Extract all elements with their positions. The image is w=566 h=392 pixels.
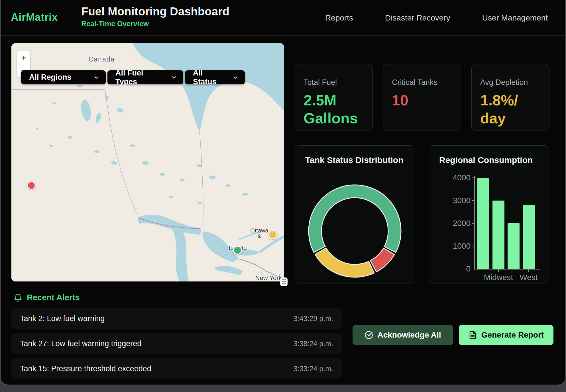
alert-time: 3:38:24 p.m. [294, 340, 333, 348]
critical-tanks-label: Critical Tanks [392, 78, 452, 87]
region-filter-value: All Regions [29, 73, 72, 82]
donut-segment-warning [315, 248, 374, 277]
bell-icon [14, 293, 22, 302]
critical-tanks-card: Critical Tanks 10 [383, 64, 461, 130]
page-title: Fuel Monitoring Dashboard [81, 5, 229, 18]
map-label-canada: Canada [89, 56, 115, 63]
y-tick-label: 3000 [437, 196, 471, 205]
y-tick-mark [472, 200, 474, 201]
x-tick-label: West [509, 273, 549, 282]
y-tick-mark [472, 223, 474, 224]
fuel-map-panel: Canada Ottawa Toronto New York + − All R… [11, 43, 284, 281]
ottawa-town-symbol-icon [258, 234, 261, 238]
critical-tanks-value: 10 [392, 91, 452, 109]
x-tick-mark [498, 270, 499, 272]
chevron-down-icon [93, 74, 99, 81]
alerts-header: Recent Alerts [14, 293, 80, 302]
normal-tank-marker[interactable] [233, 246, 242, 255]
donut-segment-critical [370, 248, 395, 272]
page-subtitle: Real-Time Overview [81, 20, 229, 28]
consumption-bar [477, 178, 489, 269]
warning-tank-marker[interactable] [268, 230, 277, 239]
consumption-bar [508, 223, 520, 269]
tank-status-card: Tank Status Distribution [295, 145, 414, 283]
nav-disaster-recovery[interactable]: Disaster Recovery [385, 13, 450, 23]
map-label-ottawa: Ottawa [250, 227, 268, 234]
alerts-title: Recent Alerts [27, 293, 80, 302]
alert-row[interactable]: Tank 2: Low fuel warning 3:43:29 p.m. [11, 308, 342, 329]
nav-user-management[interactable]: User Management [482, 13, 548, 23]
fuel-type-filter-value: All Fuel Types [115, 69, 167, 86]
bar-chart-x-axis [474, 269, 540, 270]
acknowledge-all-button[interactable]: Acknowledge All [353, 325, 453, 345]
consumption-bar [523, 205, 535, 269]
bar-chart-y-axis [474, 176, 475, 270]
chevron-down-icon [171, 74, 177, 81]
title-block: Fuel Monitoring Dashboard Real-Time Over… [81, 5, 229, 28]
check-circle-icon [365, 331, 373, 339]
map-label-new-york: New York [255, 274, 282, 281]
main-nav: Reports Disaster Recovery User Managemen… [325, 0, 548, 36]
top-header: AirMatrix Fuel Monitoring Dashboard Real… [1, 0, 565, 36]
region-filter-select[interactable]: All Regions [21, 70, 106, 84]
document-icon [469, 331, 477, 339]
fuel-type-filter-select[interactable]: All Fuel Types [107, 70, 183, 84]
alert-time: 3:43:29 p.m. [294, 315, 333, 323]
avg-depletion-value: 1.8%/ day [480, 91, 541, 128]
regional-consumption-title: Regional Consumption [439, 155, 533, 165]
total-fuel-label: Total Fuel [304, 78, 364, 87]
y-tick-label: 1000 [437, 242, 471, 251]
map-filter-bar: All Regions All Fuel Types All Status [21, 70, 245, 84]
chevron-down-icon [232, 74, 239, 81]
y-tick-label: 2000 [437, 219, 471, 228]
alert-message: Tank 27: Low fuel warning triggered [20, 339, 141, 348]
generate-report-label: Generate Report [481, 330, 544, 340]
avg-depletion-label: Avg Depletion [480, 78, 541, 87]
consumption-bar [492, 201, 504, 269]
brand-logo: AirMatrix [11, 11, 58, 23]
total-fuel-card: Total Fuel 2.5M Gallons [295, 64, 373, 130]
dashboard-window: AirMatrix Fuel Monitoring Dashboard Real… [0, 0, 566, 385]
alert-message: Tank 2: Low fuel warning [20, 314, 105, 323]
total-fuel-value: 2.5M Gallons [304, 91, 364, 128]
y-tick-mark [472, 246, 474, 246]
y-tick-label: 4000 [437, 173, 471, 182]
map-resize-handle-icon[interactable] [280, 277, 288, 286]
y-tick-label: 0 [437, 264, 471, 273]
tank-status-donut-chart [295, 146, 415, 284]
status-filter-select[interactable]: All Status [185, 70, 245, 84]
alert-time: 3:33:24 p.m. [294, 365, 333, 373]
alert-row[interactable]: Tank 27: Low fuel warning triggered 3:38… [11, 333, 342, 354]
zoom-in-button[interactable]: + [17, 51, 30, 64]
status-filter-value: All Status [193, 69, 228, 86]
x-tick-mark [528, 270, 529, 272]
acknowledge-all-label: Acknowledge All [377, 330, 441, 340]
donut-segment-normal [309, 185, 401, 252]
y-tick-mark [472, 269, 474, 269]
critical-tank-marker[interactable] [27, 181, 36, 190]
regional-consumption-card: Regional Consumption 01000200030004000Mi… [429, 145, 549, 283]
y-tick-mark [472, 177, 474, 178]
alert-message: Tank 15: Pressure threshold exceeded [20, 364, 151, 373]
alert-row[interactable]: Tank 15: Pressure threshold exceeded 3:3… [11, 358, 342, 379]
nav-reports[interactable]: Reports [325, 13, 353, 23]
generate-report-button[interactable]: Generate Report [459, 325, 553, 345]
avg-depletion-card: Avg Depletion 1.8%/ day [471, 64, 549, 130]
